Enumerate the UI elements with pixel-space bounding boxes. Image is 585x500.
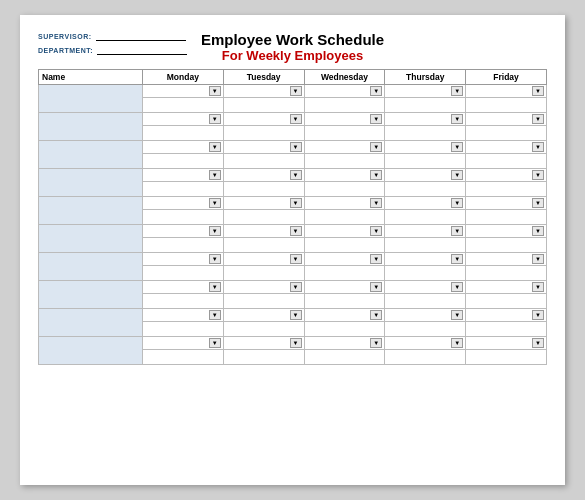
wednesday-dropdown-btn[interactable]: ▼ (370, 310, 382, 320)
monday-dropdown-btn[interactable]: ▼ (209, 142, 221, 152)
wednesday-text-area[interactable] (305, 322, 385, 336)
friday-text-area[interactable] (466, 182, 546, 196)
tuesday-text-area[interactable] (224, 154, 304, 168)
wednesday-text-area[interactable] (305, 294, 385, 308)
wednesday-text-area[interactable] (305, 98, 385, 112)
monday-dropdown-btn[interactable]: ▼ (209, 254, 221, 264)
friday-text-area[interactable] (466, 266, 546, 280)
monday-text-area[interactable] (143, 126, 223, 140)
thursday-dropdown-btn[interactable]: ▼ (451, 254, 463, 264)
thursday-dropdown-btn[interactable]: ▼ (451, 198, 463, 208)
thursday-dropdown-btn[interactable]: ▼ (451, 310, 463, 320)
wednesday-dropdown-btn[interactable]: ▼ (370, 198, 382, 208)
friday-text-area[interactable] (466, 322, 546, 336)
tuesday-dropdown-btn[interactable]: ▼ (290, 114, 302, 124)
monday-text-area[interactable] (143, 322, 223, 336)
thursday-dropdown-btn[interactable]: ▼ (451, 86, 463, 96)
friday-text-area[interactable] (466, 126, 546, 140)
monday-text-area[interactable] (143, 210, 223, 224)
monday-text-area[interactable] (143, 294, 223, 308)
thursday-text-area[interactable] (385, 154, 465, 168)
supervisor-input[interactable] (96, 31, 186, 41)
wednesday-dropdown-btn[interactable]: ▼ (370, 86, 382, 96)
wednesday-dropdown-btn[interactable]: ▼ (370, 170, 382, 180)
friday-dropdown-btn[interactable]: ▼ (532, 254, 544, 264)
tuesday-text-area[interactable] (224, 182, 304, 196)
monday-text-area[interactable] (143, 238, 223, 252)
monday-text-area[interactable] (143, 154, 223, 168)
department-input[interactable] (97, 45, 187, 55)
thursday-text-area[interactable] (385, 238, 465, 252)
tuesday-text-area[interactable] (224, 266, 304, 280)
monday-text-area[interactable] (143, 182, 223, 196)
wednesday-text-area[interactable] (305, 266, 385, 280)
thursday-dropdown-btn[interactable]: ▼ (451, 282, 463, 292)
wednesday-text-area[interactable] (305, 238, 385, 252)
thursday-dropdown-btn[interactable]: ▼ (451, 142, 463, 152)
monday-dropdown-btn[interactable]: ▼ (209, 86, 221, 96)
friday-dropdown-btn[interactable]: ▼ (532, 86, 544, 96)
thursday-dropdown-btn[interactable]: ▼ (451, 170, 463, 180)
tuesday-dropdown-btn[interactable]: ▼ (290, 282, 302, 292)
name-cell[interactable] (39, 169, 143, 197)
wednesday-text-area[interactable] (305, 350, 385, 364)
friday-text-area[interactable] (466, 294, 546, 308)
tuesday-text-area[interactable] (224, 126, 304, 140)
friday-text-area[interactable] (466, 98, 546, 112)
tuesday-dropdown-btn[interactable]: ▼ (290, 198, 302, 208)
thursday-text-area[interactable] (385, 210, 465, 224)
monday-dropdown-btn[interactable]: ▼ (209, 282, 221, 292)
wednesday-text-area[interactable] (305, 210, 385, 224)
friday-text-area[interactable] (466, 238, 546, 252)
monday-text-area[interactable] (143, 266, 223, 280)
tuesday-text-area[interactable] (224, 210, 304, 224)
friday-dropdown-btn[interactable]: ▼ (532, 282, 544, 292)
friday-dropdown-btn[interactable]: ▼ (532, 142, 544, 152)
name-cell[interactable] (39, 197, 143, 225)
thursday-text-area[interactable] (385, 294, 465, 308)
friday-text-area[interactable] (466, 154, 546, 168)
monday-text-area[interactable] (143, 350, 223, 364)
wednesday-text-area[interactable] (305, 182, 385, 196)
thursday-dropdown-btn[interactable]: ▼ (451, 338, 463, 348)
monday-dropdown-btn[interactable]: ▼ (209, 310, 221, 320)
tuesday-text-area[interactable] (224, 294, 304, 308)
friday-dropdown-btn[interactable]: ▼ (532, 170, 544, 180)
name-cell[interactable] (39, 337, 143, 365)
thursday-text-area[interactable] (385, 98, 465, 112)
name-cell[interactable] (39, 309, 143, 337)
monday-text-area[interactable] (143, 98, 223, 112)
tuesday-dropdown-btn[interactable]: ▼ (290, 338, 302, 348)
thursday-dropdown-btn[interactable]: ▼ (451, 114, 463, 124)
friday-dropdown-btn[interactable]: ▼ (532, 310, 544, 320)
name-cell[interactable] (39, 113, 143, 141)
tuesday-dropdown-btn[interactable]: ▼ (290, 86, 302, 96)
name-cell[interactable] (39, 225, 143, 253)
monday-dropdown-btn[interactable]: ▼ (209, 226, 221, 236)
wednesday-dropdown-btn[interactable]: ▼ (370, 254, 382, 264)
thursday-text-area[interactable] (385, 322, 465, 336)
thursday-text-area[interactable] (385, 350, 465, 364)
friday-dropdown-btn[interactable]: ▼ (532, 114, 544, 124)
name-cell[interactable] (39, 85, 143, 113)
monday-dropdown-btn[interactable]: ▼ (209, 338, 221, 348)
tuesday-dropdown-btn[interactable]: ▼ (290, 170, 302, 180)
friday-text-area[interactable] (466, 210, 546, 224)
friday-dropdown-btn[interactable]: ▼ (532, 226, 544, 236)
thursday-text-area[interactable] (385, 182, 465, 196)
wednesday-text-area[interactable] (305, 126, 385, 140)
tuesday-dropdown-btn[interactable]: ▼ (290, 142, 302, 152)
tuesday-text-area[interactable] (224, 238, 304, 252)
friday-dropdown-btn[interactable]: ▼ (532, 338, 544, 348)
tuesday-text-area[interactable] (224, 98, 304, 112)
thursday-dropdown-btn[interactable]: ▼ (451, 226, 463, 236)
monday-dropdown-btn[interactable]: ▼ (209, 198, 221, 208)
wednesday-dropdown-btn[interactable]: ▼ (370, 142, 382, 152)
friday-dropdown-btn[interactable]: ▼ (532, 198, 544, 208)
wednesday-dropdown-btn[interactable]: ▼ (370, 282, 382, 292)
friday-text-area[interactable] (466, 350, 546, 364)
thursday-text-area[interactable] (385, 266, 465, 280)
tuesday-dropdown-btn[interactable]: ▼ (290, 226, 302, 236)
wednesday-dropdown-btn[interactable]: ▼ (370, 338, 382, 348)
tuesday-dropdown-btn[interactable]: ▼ (290, 254, 302, 264)
